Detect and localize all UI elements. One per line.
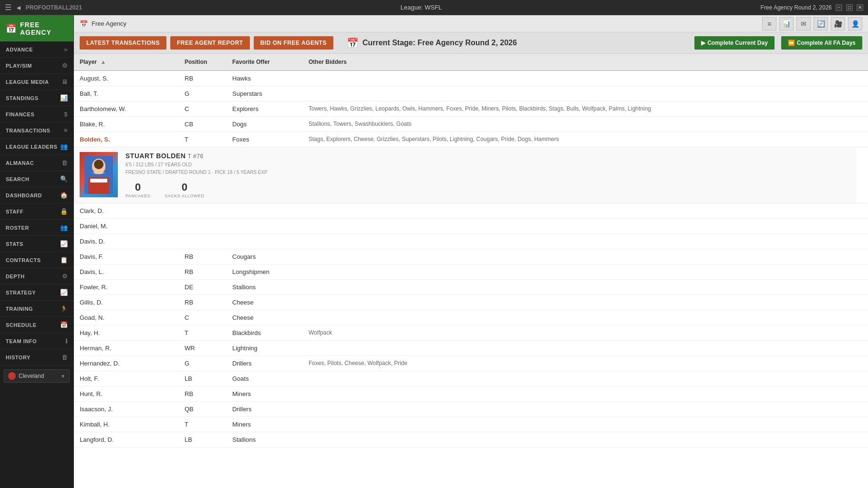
minimize-button[interactable]: − xyxy=(836,4,842,11)
position-cell: T xyxy=(179,132,227,147)
table-container: Player ▲ Position Favorite Offer Other B… xyxy=(74,54,868,488)
player-name[interactable]: Gillis, D. xyxy=(80,299,103,306)
player-name[interactable]: Hernandez, D. xyxy=(80,360,120,367)
player-name[interactable]: Clark, D. xyxy=(80,207,104,214)
back-icon[interactable]: ◄ xyxy=(15,4,22,11)
player-name[interactable]: Isaacson, J. xyxy=(80,406,113,413)
sidebar-item-league-media[interactable]: LEAGUE MEDIA🖥 xyxy=(0,74,73,90)
player-name[interactable]: Bartholomew, W. xyxy=(80,105,126,112)
player-card-stats: 0 PANCAKES 0 SACKS ALLOWED xyxy=(125,181,268,198)
refresh-icon-button[interactable]: 🔄 xyxy=(814,17,828,30)
table-row[interactable]: Bartholomew, W. C Explorers Towers, Hawk… xyxy=(74,102,868,117)
sidebar-item-staff[interactable]: STAFF🔒 xyxy=(0,203,73,220)
player-name[interactable]: Herman, R. xyxy=(80,345,111,352)
table-row[interactable]: Blake, R. CB Dogs Stallions, Towers, Swa… xyxy=(74,117,868,132)
table-row[interactable]: Kimball, H. T Miners xyxy=(74,417,868,432)
favorite-offer-cell: Blackbirds xyxy=(227,325,303,341)
table-row[interactable]: Davis, D. xyxy=(74,234,868,249)
player-name-cell: Daniel, M. xyxy=(74,219,179,234)
player-name[interactable]: August, S. xyxy=(80,75,108,82)
player-name[interactable]: Davis, D. xyxy=(80,238,105,245)
player-name[interactable]: Blake, R. xyxy=(80,121,105,128)
fast-forward-icon: ⏩ xyxy=(788,40,795,46)
sidebar-item-almanac[interactable]: ALMANAC🗑 xyxy=(0,155,73,171)
table-row[interactable]: Herman, R. WR Lightning xyxy=(74,341,868,356)
sidebar-item-contracts[interactable]: CONTRACTS📋 xyxy=(0,252,73,268)
player-name[interactable]: Holt, F. xyxy=(80,375,99,382)
sidebar-item-label: LEAGUE LEADERS xyxy=(6,144,57,150)
player-name-cell: Davis, D. xyxy=(74,234,179,249)
video-icon-button[interactable]: 🎥 xyxy=(831,17,845,30)
player-card-details: 6'5 / 312 LBS / 27 YEARS OLD xyxy=(125,161,268,169)
sidebar-item-roster[interactable]: ROSTER👥 xyxy=(0,220,73,236)
player-name[interactable]: Davis, L. xyxy=(80,268,104,275)
table-row[interactable]: Clark, D. xyxy=(74,203,868,219)
sidebar-item-team-info[interactable]: TEAM INFOℹ xyxy=(0,333,73,349)
position-cell: RB xyxy=(179,71,227,86)
player-name[interactable]: Langford, D. xyxy=(80,436,114,443)
favorite-offer-cell xyxy=(227,234,303,249)
sidebar-item-search[interactable]: SEARCH🔍 xyxy=(0,171,73,187)
player-name[interactable]: Daniel, M. xyxy=(80,223,108,230)
table-row[interactable]: Davis, F. RB Cougars xyxy=(74,249,868,264)
table-row[interactable]: Hunt, R. RB Miners xyxy=(74,386,868,402)
player-name[interactable]: Hunt, R. xyxy=(80,390,103,397)
player-name[interactable]: Goad, N. xyxy=(80,314,104,321)
sidebar-item-training[interactable]: TRAINING🏃 xyxy=(0,301,73,317)
sidebar-item-schedule[interactable]: SCHEDULE📅 xyxy=(0,317,73,333)
sidebar-item-advance[interactable]: ADVANCE» xyxy=(0,41,73,58)
sidebar-item-depth[interactable]: DEPTH⚙ xyxy=(0,268,73,285)
table-row[interactable]: Daniel, M. xyxy=(74,219,868,234)
table-row[interactable]: Hernandez, D. G Drillers Foxes, Pilots, … xyxy=(74,356,868,371)
player-name[interactable]: Hay, H. xyxy=(80,329,100,336)
free-agent-report-button[interactable]: Free Agent Report xyxy=(170,36,250,50)
sidebar-item-standings[interactable]: STANDINGS📊 xyxy=(0,90,73,106)
player-name[interactable]: Ball, T. xyxy=(80,90,98,97)
col-other-bidders[interactable]: Other Bidders xyxy=(303,54,857,71)
player-name[interactable]: Davis, F. xyxy=(80,253,103,260)
stage-label: Free Agency Round 2, 2026 xyxy=(761,4,832,11)
col-position[interactable]: Position xyxy=(179,54,227,71)
sidebar-item-finances[interactable]: FINANCES$ xyxy=(0,106,73,122)
table-row[interactable]: Bolden, S. T Foxes Stags, Explorers, Che… xyxy=(74,132,868,147)
latest-transactions-button[interactable]: Latest Transactions xyxy=(80,36,166,50)
col-favorite-offer[interactable]: Favorite Offer xyxy=(227,54,303,71)
favorite-offer-cell: Longshipmen xyxy=(227,264,303,280)
db-icon-button[interactable]: ≡ xyxy=(762,17,776,30)
favorite-offer-cell: Cheese xyxy=(227,310,303,325)
player-name[interactable]: Fowler, R. xyxy=(80,284,108,291)
sidebar-item-icon: 🔍 xyxy=(60,175,68,183)
table-row[interactable]: Davis, L. RB Longshipmen xyxy=(74,264,868,280)
sidebar-item-history[interactable]: HISTORY🗑 xyxy=(0,349,73,366)
team-selector[interactable]: Cleveland ▼ xyxy=(4,369,70,383)
sidebar-item-play-sim[interactable]: PLAY/SIM⚙ xyxy=(0,58,73,74)
table-row[interactable]: August, S. RB Hawks xyxy=(74,71,868,86)
bid-on-free-agents-button[interactable]: Bid on Free Agents xyxy=(254,36,333,50)
table-row[interactable]: Holt, F. LB Goats xyxy=(74,371,868,386)
close-button[interactable]: ✕ xyxy=(857,4,863,11)
chart-icon-button[interactable]: 📊 xyxy=(779,17,794,30)
sidebar-item-dashboard[interactable]: DASHBOARD🏠 xyxy=(0,187,73,203)
maximize-button[interactable]: □ xyxy=(846,4,853,11)
favorite-offer-cell: Drillers xyxy=(227,356,303,371)
table-row[interactable]: Isaacson, J. QB Drillers xyxy=(74,402,868,417)
menu-icon[interactable]: ☰ xyxy=(5,3,11,12)
sidebar-item-stats[interactable]: STATS📈 xyxy=(0,236,73,252)
mail-icon-button[interactable]: ✉ xyxy=(796,17,811,30)
player-name[interactable]: Kimball, H. xyxy=(80,421,110,428)
col-player[interactable]: Player ▲ xyxy=(74,54,179,71)
team-name: Cleveland xyxy=(19,373,61,379)
sidebar-item-transactions[interactable]: TRANSACTIONS≡ xyxy=(0,122,73,139)
complete-all-fa-days-button[interactable]: ⏩ Complete All FA Days xyxy=(781,36,862,50)
table-row[interactable]: Gillis, D. RB Cheese xyxy=(74,295,868,310)
table-row[interactable]: Ball, T. G Superstars xyxy=(74,86,868,102)
player-name[interactable]: Bolden, S. xyxy=(80,136,110,143)
sidebar-item-league-leaders[interactable]: LEAGUE LEADERS👥 xyxy=(0,139,73,155)
sidebar-item-strategy[interactable]: STRATEGY📈 xyxy=(0,285,73,301)
table-row[interactable]: Fowler, R. DE Stallions xyxy=(74,280,868,295)
table-row[interactable]: Hay, H. T Blackbirds Wolfpack xyxy=(74,325,868,341)
user-icon-button[interactable]: 👤 xyxy=(848,17,862,30)
table-row[interactable]: Goad, N. C Cheese xyxy=(74,310,868,325)
table-row[interactable]: Langford, D. LB Stallions xyxy=(74,432,868,447)
complete-current-day-button[interactable]: ▶ Complete Current Day xyxy=(694,36,775,50)
